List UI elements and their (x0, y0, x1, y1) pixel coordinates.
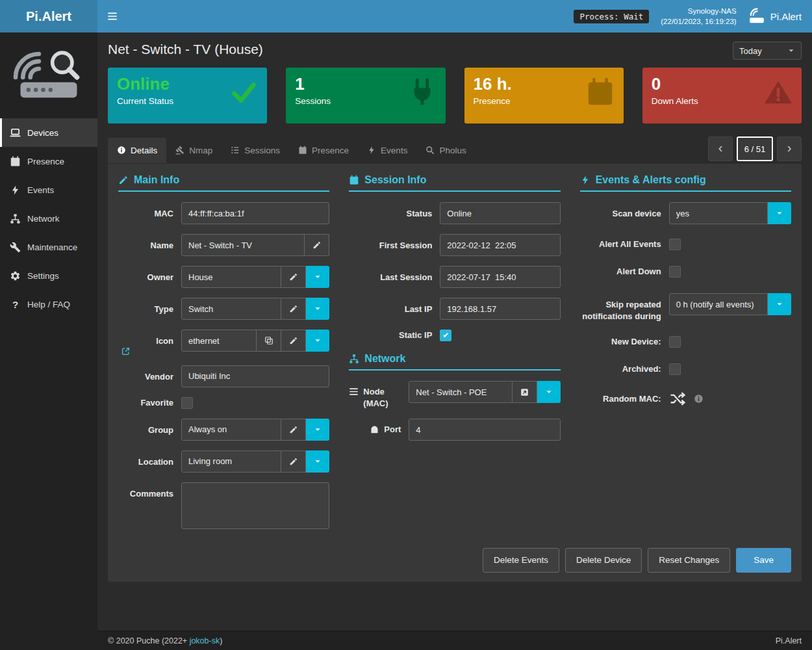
type-edit-button[interactable] (281, 298, 306, 320)
field-group: Group (118, 419, 329, 441)
vendor-input[interactable] (181, 365, 329, 387)
sidebar-item-events[interactable]: Events (0, 176, 97, 204)
events-alerts-section: Events & Alerts config Scan device Alert… (580, 174, 791, 539)
footer-app-name: Pi.Alert (776, 636, 802, 645)
archived-checkbox[interactable] (669, 363, 681, 375)
section-title: Main Info (134, 174, 179, 186)
status-input[interactable] (440, 202, 560, 224)
node-mac-label-text: Node (MAC) (363, 386, 401, 409)
owner-input[interactable] (181, 266, 281, 288)
node-mac-input[interactable] (409, 381, 512, 403)
save-button[interactable]: Save (736, 548, 791, 573)
mac-input[interactable] (181, 202, 329, 224)
field-random-mac: Random MAC: (580, 391, 791, 407)
icon-edit-button[interactable] (281, 330, 306, 352)
static-ip-checkbox[interactable] (440, 330, 451, 341)
pencil-icon (312, 240, 322, 250)
details-panel: Main Info MAC Name Owner (108, 164, 802, 582)
alert-down-checkbox[interactable] (669, 266, 681, 278)
caret-down-icon (314, 305, 322, 313)
calendar-icon (298, 146, 307, 155)
group-edit-button[interactable] (281, 419, 306, 441)
tab-nmap[interactable]: Nmap (166, 138, 222, 163)
name-edit-button[interactable] (305, 234, 329, 256)
archived-label: Archived: (580, 363, 661, 375)
node-dropdown-button[interactable] (537, 381, 561, 403)
reset-changes-button[interactable]: Reset Changes (648, 548, 730, 573)
delete-device-button[interactable]: Delete Device (565, 548, 642, 573)
tab-details[interactable]: Details (108, 138, 166, 163)
location-label: Location (118, 450, 173, 473)
location-input[interactable] (181, 450, 281, 473)
tab-sessions[interactable]: Sessions (222, 138, 289, 163)
port-input[interactable] (409, 419, 560, 441)
last-session-input[interactable] (440, 266, 560, 288)
sidebar-item-maintenance[interactable]: Maintenance (0, 233, 97, 261)
events-alerts-heading: Events & Alerts config (580, 174, 791, 192)
prev-device-button[interactable]: ‹ (708, 136, 733, 161)
info-circle-icon (117, 146, 126, 155)
owner-edit-button[interactable] (281, 266, 306, 288)
icon-copy-button[interactable] (257, 330, 281, 352)
tab-presence[interactable]: Presence (289, 138, 358, 163)
owner-label: Owner (118, 266, 173, 288)
group-dropdown-button[interactable] (306, 419, 329, 441)
next-device-button[interactable]: › (777, 136, 802, 161)
host-timestamp: (22/01/2023, 16:19:23) (661, 16, 736, 27)
alert-all-events-checkbox[interactable] (669, 239, 681, 250)
external-link-icon[interactable] (121, 347, 130, 356)
tab-pholus[interactable]: Pholus (416, 138, 475, 163)
location-edit-button[interactable] (281, 450, 306, 473)
process-status-badge: Process: Wait (574, 10, 649, 23)
group-input[interactable] (181, 419, 281, 441)
field-archived: Archived: (580, 363, 791, 375)
scan-device-dropdown-button[interactable] (768, 202, 791, 224)
type-dropdown-button[interactable] (306, 298, 329, 320)
type-input[interactable] (181, 298, 281, 320)
scan-device-input[interactable] (669, 202, 768, 224)
sidebar-item-label: Presence (27, 157, 64, 166)
tab-events[interactable]: Events (358, 138, 416, 163)
hammer-icon (175, 146, 184, 155)
content: Net - Switch - TV (House) Today Online C… (97, 32, 812, 630)
new-device-checkbox[interactable] (669, 336, 681, 348)
first-session-input[interactable] (440, 234, 560, 256)
sidebar-item-help-faq[interactable]: Help / FAQ (0, 290, 97, 318)
skip-notifications-dropdown-button[interactable] (768, 293, 791, 315)
caret-down-icon (314, 426, 322, 434)
jokob-sk-link[interactable]: jokob-sk (190, 636, 220, 645)
sidebar-item-devices[interactable]: Devices (0, 118, 97, 147)
field-name: Name (118, 234, 329, 256)
location-dropdown-button[interactable] (306, 450, 329, 473)
brand-logo[interactable]: Pi.Alert (0, 0, 97, 32)
favorite-checkbox[interactable] (181, 397, 193, 409)
footer: © 2020 Puche (2022+ jokob-sk) Pi.Alert (97, 630, 812, 650)
sidebar-item-presence[interactable]: Presence (0, 147, 97, 176)
owner-dropdown-button[interactable] (306, 266, 329, 288)
node-open-button[interactable] (513, 381, 537, 403)
node-mac-label: Node (MAC) (349, 381, 401, 409)
device-pager: ‹ 6 / 51 › (708, 136, 802, 164)
tab-label: Events (381, 146, 407, 155)
comments-textarea[interactable] (181, 482, 329, 529)
question-icon (10, 299, 21, 310)
sidebar-item-network[interactable]: Network (0, 204, 97, 233)
sidebar-toggle-button[interactable] (97, 0, 127, 32)
sidebar-item-label: Devices (27, 128, 58, 138)
name-input[interactable] (181, 234, 305, 256)
calendar-icon (585, 77, 615, 107)
icon-dropdown-button[interactable] (306, 330, 329, 352)
period-select[interactable]: Today (733, 42, 802, 60)
check-icon (229, 77, 259, 107)
last-session-label: Last Session (349, 266, 432, 288)
type-label: Type (118, 298, 173, 320)
field-new-device: New Device: (580, 336, 791, 348)
last-ip-input[interactable] (440, 298, 560, 320)
gear-icon (10, 270, 21, 281)
icon-input[interactable] (181, 330, 257, 352)
caret-down-icon (314, 273, 322, 281)
delete-events-button[interactable]: Delete Events (483, 548, 559, 573)
sidebar-item-settings[interactable]: Settings (0, 261, 97, 290)
field-last-session: Last Session (349, 266, 560, 288)
skip-notifications-input[interactable] (669, 293, 768, 315)
